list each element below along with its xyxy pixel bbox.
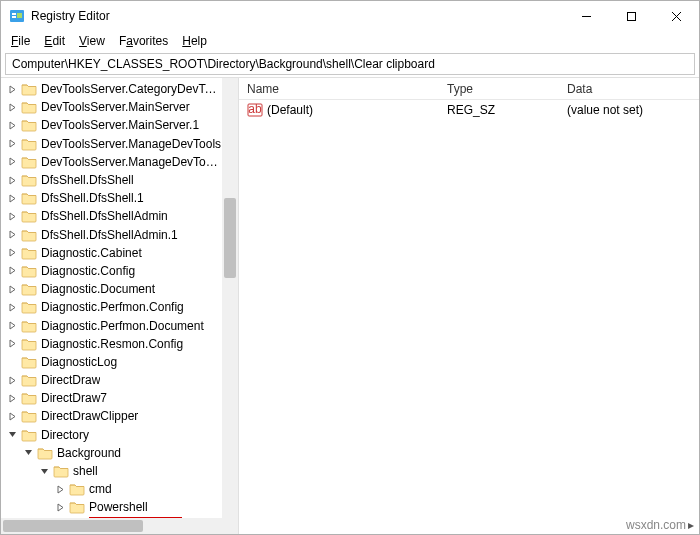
expand-icon[interactable]: [5, 300, 19, 314]
tree-node[interactable]: Diagnostic.Perfmon.Document: [1, 316, 222, 334]
expand-icon[interactable]: [5, 337, 19, 351]
vertical-scroll-thumb[interactable]: [224, 198, 236, 278]
menu-edit[interactable]: Edit: [38, 32, 71, 50]
folder-icon: [21, 100, 37, 114]
tree-node[interactable]: DfsShell.DfsShellAdmin.1: [1, 226, 222, 244]
expand-icon[interactable]: [5, 100, 19, 114]
values-pane: Name Type Data ab(Default)REG_SZ(value n…: [239, 78, 699, 534]
expand-icon[interactable]: [5, 173, 19, 187]
expand-icon[interactable]: [5, 82, 19, 96]
folder-icon: [21, 246, 37, 260]
expand-icon[interactable]: [5, 409, 19, 423]
value-data: (value not set): [559, 103, 699, 117]
menu-favorites[interactable]: Favorites: [113, 32, 174, 50]
tree-node-label: DevToolsServer.MainServer: [41, 100, 190, 114]
column-data[interactable]: Data: [559, 82, 699, 96]
folder-icon: [21, 228, 37, 242]
folder-icon: [21, 155, 37, 169]
tree-node[interactable]: Diagnostic.Resmon.Config: [1, 335, 222, 353]
folder-icon: [21, 428, 37, 442]
tree-node-label: cmd: [89, 482, 112, 496]
address-bar[interactable]: Computer\HKEY_CLASSES_ROOT\Directory\Bac…: [5, 53, 695, 75]
tree-node-label: DevToolsServer.CategoryDevTools: [41, 82, 222, 96]
menu-help[interactable]: Help: [176, 32, 213, 50]
tree-node-label: Directory: [41, 428, 89, 442]
menu-view[interactable]: View: [73, 32, 111, 50]
tree-node[interactable]: DfsShell.DfsShellAdmin: [1, 207, 222, 225]
tree-node-label: Diagnostic.Perfmon.Document: [41, 319, 204, 333]
tree-node[interactable]: cmd: [1, 480, 222, 498]
tree-node-label: DirectDrawClipper: [41, 409, 138, 423]
minimize-button[interactable]: [564, 1, 609, 31]
svg-text:ab: ab: [248, 102, 262, 116]
column-headers: Name Type Data: [239, 78, 699, 100]
tree-node[interactable]: Diagnostic.Document: [1, 280, 222, 298]
tree-node-label: DfsShell.DfsShellAdmin: [41, 209, 168, 223]
tree-node[interactable]: Diagnostic.Cabinet: [1, 244, 222, 262]
tree-node-label: Diagnostic.Resmon.Config: [41, 337, 183, 351]
watermark: wsxdn.com▸: [626, 518, 694, 532]
maximize-button[interactable]: [609, 1, 654, 31]
expand-icon[interactable]: [5, 319, 19, 333]
folder-icon: [21, 282, 37, 296]
menu-file[interactable]: File: [5, 32, 36, 50]
tree-node[interactable]: Diagnostic.Config: [1, 262, 222, 280]
tree-node-label: Powershell: [89, 500, 148, 514]
expand-icon[interactable]: [5, 155, 19, 169]
value-type: REG_SZ: [439, 103, 559, 117]
watermark-text: wsxdn.com: [626, 518, 686, 532]
expand-icon[interactable]: [5, 373, 19, 387]
tree-node[interactable]: DirectDrawClipper: [1, 407, 222, 425]
values-list[interactable]: ab(Default)REG_SZ(value not set): [239, 100, 699, 534]
expand-icon[interactable]: [53, 500, 67, 514]
registry-tree[interactable]: DevToolsServer.CategoryDevToolsDevToolsS…: [1, 78, 222, 518]
tree-node[interactable]: DiagnosticLog: [1, 353, 222, 371]
collapse-icon[interactable]: [21, 446, 35, 460]
tree-node[interactable]: Powershell: [1, 498, 222, 516]
column-type[interactable]: Type: [439, 82, 559, 96]
value-row[interactable]: ab(Default)REG_SZ(value not set): [239, 100, 699, 120]
collapse-icon[interactable]: [37, 464, 51, 478]
tree-node[interactable]: Diagnostic.Perfmon.Config: [1, 298, 222, 316]
expand-icon[interactable]: [5, 282, 19, 296]
folder-icon: [21, 137, 37, 151]
tree-node[interactable]: DevToolsServer.ManageDevTools: [1, 135, 222, 153]
tree-node-label: Background: [57, 446, 121, 460]
tree-node[interactable]: DirectDraw: [1, 371, 222, 389]
folder-icon: [21, 300, 37, 314]
tree-node[interactable]: Background: [1, 444, 222, 462]
expand-icon[interactable]: [5, 264, 19, 278]
collapse-icon[interactable]: [5, 428, 19, 442]
tree-node[interactable]: DfsShell.DfsShell: [1, 171, 222, 189]
expand-icon[interactable]: [5, 137, 19, 151]
tree-node[interactable]: DevToolsServer.MainServer: [1, 98, 222, 116]
tree-node[interactable]: DevToolsServer.CategoryDevTools: [1, 80, 222, 98]
tree-node[interactable]: DevToolsServer.MainServer.1: [1, 116, 222, 134]
tree-node-label: DfsShell.DfsShell: [41, 173, 134, 187]
expand-icon[interactable]: [5, 191, 19, 205]
expand-icon[interactable]: [5, 118, 19, 132]
horizontal-scroll-thumb[interactable]: [3, 520, 143, 532]
vertical-scrollbar[interactable]: [222, 78, 238, 518]
tree-node[interactable]: DfsShell.DfsShell.1: [1, 189, 222, 207]
expand-icon[interactable]: [5, 209, 19, 223]
tree-node[interactable]: DirectDraw7: [1, 389, 222, 407]
column-name[interactable]: Name: [239, 82, 439, 96]
tree-node-label: DevToolsServer.ManageDevTools.1: [41, 155, 222, 169]
expand-icon[interactable]: [53, 482, 67, 496]
tree-node[interactable]: DevToolsServer.ManageDevTools.1: [1, 153, 222, 171]
tree-node[interactable]: shell: [1, 462, 222, 480]
tree-node[interactable]: Directory: [1, 426, 222, 444]
expand-icon[interactable]: [5, 391, 19, 405]
expand-icon[interactable]: [5, 246, 19, 260]
folder-icon: [21, 264, 37, 278]
expand-icon[interactable]: [5, 228, 19, 242]
string-value-icon: ab: [247, 102, 263, 118]
close-button[interactable]: [654, 1, 699, 31]
folder-icon: [21, 409, 37, 423]
folder-icon: [21, 209, 37, 223]
chevron-right-icon: ▸: [686, 518, 694, 532]
tree-pane: DevToolsServer.CategoryDevToolsDevToolsS…: [1, 78, 239, 534]
horizontal-scrollbar[interactable]: [1, 518, 222, 534]
svg-rect-3: [17, 13, 22, 18]
